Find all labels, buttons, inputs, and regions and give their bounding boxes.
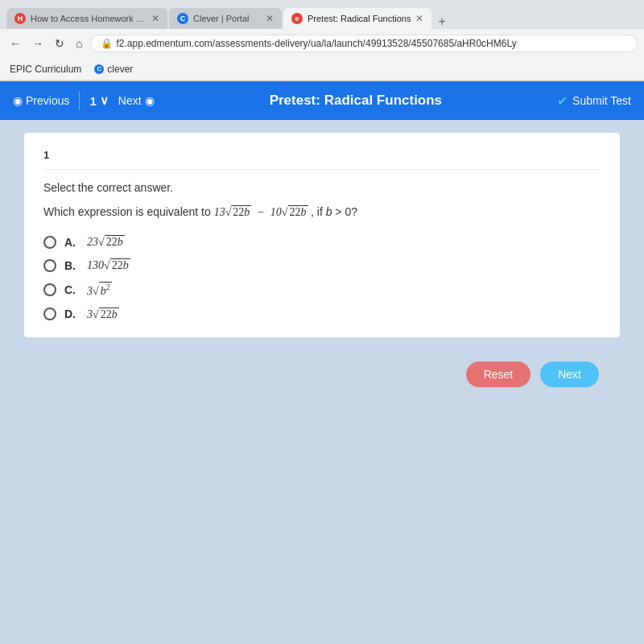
dropdown-icon: ∨ — [100, 93, 109, 108]
submit-label: Submit Test — [572, 94, 631, 107]
check-icon: ✔ — [557, 93, 568, 109]
forward-button[interactable]: → — [29, 35, 47, 52]
option-B-label: B. — [64, 259, 76, 272]
tab3-close[interactable]: ✕ — [415, 13, 423, 24]
option-B-expr: 130√22b — [87, 258, 130, 272]
option-C-label: C. — [64, 283, 76, 296]
address-bar[interactable]: 🔒 f2.app.edmentum.com/assessments-delive… — [90, 35, 638, 52]
tab-pretest[interactable]: e Pretest: Radical Functions ✕ — [283, 8, 431, 29]
radio-D[interactable] — [43, 308, 56, 320]
radio-B[interactable] — [43, 259, 56, 272]
radio-C[interactable] — [43, 283, 56, 296]
bookmark-clever[interactable]: C clever — [91, 62, 136, 76]
test-title: Pretest: Radical Functions — [164, 93, 548, 109]
radio-A[interactable] — [43, 236, 56, 249]
next-button-toolbar[interactable]: Next ◉ — [118, 94, 155, 107]
tab1-close[interactable]: ✕ — [151, 13, 159, 24]
bookmarks-bar: EPIC Curriculum C clever — [0, 58, 644, 80]
option-C-expr: 3√b2 — [87, 282, 112, 298]
tab2-close[interactable]: ✕ — [266, 13, 274, 24]
tab1-title: How to Access Homework Help — [31, 14, 147, 23]
lock-icon: 🔒 — [101, 38, 113, 49]
option-D[interactable]: D. 3√22b — [43, 308, 601, 321]
next-button[interactable]: Next — [540, 361, 599, 387]
option-D-label: D. — [64, 308, 76, 320]
options-list: A. 23√22b B. 130√22b C. 3√b2 — [43, 235, 601, 321]
browser-chrome: H How to Access Homework Help ✕ C Clever… — [0, 0, 644, 81]
previous-label: Previous — [26, 94, 69, 107]
question-math: 13√22b − 10√22b — [214, 206, 311, 218]
next-icon: ◉ — [145, 94, 155, 107]
toolbar-divider1 — [79, 91, 80, 110]
option-C[interactable]: C. 3√b2 — [43, 282, 601, 298]
clever-icon: C — [94, 64, 104, 74]
option-A[interactable]: A. 23√22b — [43, 235, 601, 249]
option-A-label: A. — [64, 236, 76, 249]
tab2-icon: C — [177, 13, 188, 24]
tab1-icon: H — [14, 13, 26, 24]
action-row: Reset Next — [13, 361, 631, 387]
previous-button[interactable]: ◉ Previous — [13, 94, 69, 107]
option-D-expr: 3√22b — [87, 308, 119, 321]
tab-homework-help[interactable]: H How to Access Homework Help ✕ — [6, 8, 167, 29]
back-button[interactable]: ← — [6, 35, 24, 52]
new-tab-button[interactable]: + — [433, 14, 450, 29]
submit-test-button[interactable]: ✔ Submit Test — [557, 93, 631, 109]
question-instruction: Select the correct answer. — [43, 181, 601, 194]
bookmark-epic[interactable]: EPIC Curriculum — [6, 62, 85, 76]
bookmark-clever-label: clever — [107, 64, 133, 75]
option-A-expr: 23√22b — [87, 235, 125, 249]
question-number: 1 — [43, 149, 601, 170]
bookmark-epic-label: EPIC Curriculum — [10, 64, 81, 75]
question-num-label: 1 — [89, 94, 96, 108]
tab3-title: Pretest: Radical Functions — [308, 14, 411, 23]
address-bar-row: ← → ↻ ⌂ 🔒 f2.app.edmentum.com/assessment… — [0, 29, 644, 58]
main-content: 1 Select the correct answer. Which expre… — [0, 120, 644, 644]
tab2-title: Clever | Portal — [193, 14, 261, 23]
prev-icon: ◉ — [13, 94, 23, 107]
tab3-icon: e — [291, 13, 303, 24]
question-card: 1 Select the correct answer. Which expre… — [24, 133, 620, 337]
reload-button[interactable]: ↻ — [52, 35, 68, 52]
app-toolbar: ◉ Previous 1 ∨ Next ◉ Pretest: Radical F… — [0, 81, 644, 120]
reset-button[interactable]: Reset — [466, 361, 531, 387]
next-label-toolbar: Next — [118, 94, 142, 107]
tab-clever[interactable]: C Clever | Portal ✕ — [169, 8, 282, 29]
question-text: Which expression is equivalent to 13√22b… — [43, 205, 601, 219]
address-text: f2.app.edmentum.com/assessments-delivery… — [116, 38, 516, 49]
tab-bar: H How to Access Homework Help ✕ C Clever… — [0, 0, 644, 29]
home-button[interactable]: ⌂ — [72, 35, 85, 52]
option-B[interactable]: B. 130√22b — [43, 258, 601, 272]
question-number-selector[interactable]: 1 ∨ — [89, 93, 108, 108]
